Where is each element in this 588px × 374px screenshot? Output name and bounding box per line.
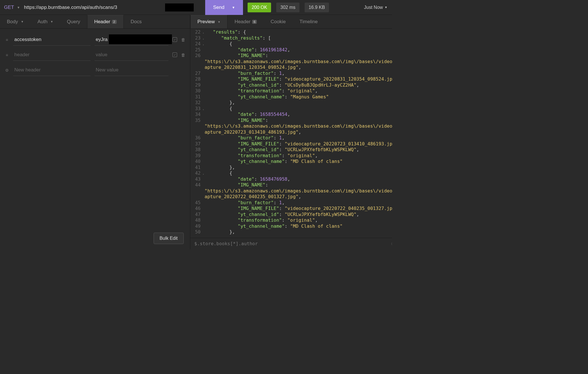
code-line: 45 "burn_factor": 1, <box>190 200 392 206</box>
help-icon[interactable]: ? <box>391 241 392 246</box>
code-line: 49 "yt_channel_name": "MD Clash of clans… <box>190 223 392 229</box>
timestamp-label: Just Now <box>364 5 383 10</box>
delete-icon[interactable]: 🗑 <box>181 52 185 57</box>
header-row-new: ⚙ <box>5 63 185 78</box>
tab-label: Docs <box>131 19 142 25</box>
fold-icon[interactable]: ▾ <box>203 36 204 42</box>
code-line: 32 }, <box>190 100 392 106</box>
enable-checkbox-icon[interactable]: ✓ <box>173 52 177 57</box>
code-line: "https:\/\/s3.amazonaws.com\/images.burn… <box>190 59 392 65</box>
fold-icon[interactable]: ▾ <box>203 172 204 178</box>
jsonpath-bar: ? <box>190 238 392 249</box>
tab-docs[interactable]: Docs <box>124 15 149 28</box>
code-line: 41 }, <box>190 165 392 171</box>
code-line: 43 "date": 1658476958, <box>190 176 392 182</box>
tab-label: Header <box>94 19 110 25</box>
chevron-down-icon: ▼ <box>50 20 53 23</box>
tab-auth[interactable]: Auth ▼ <box>31 15 60 28</box>
code-line: 36 "burn_factor": 1, <box>190 135 392 141</box>
fold-icon[interactable]: ▾ <box>203 42 204 48</box>
tab-body[interactable]: Body ▼ <box>0 15 31 28</box>
header-count-badge: 6 <box>252 20 257 24</box>
code-line: 48 "transformation": "original", <box>190 217 392 223</box>
tab-timeline[interactable]: Timeline <box>293 15 325 28</box>
jsonpath-input[interactable] <box>194 241 391 246</box>
code-line: "https:\/\/s3.amazonaws.com\/images.burn… <box>190 123 392 129</box>
tab-label: Header <box>234 19 250 25</box>
code-line: 29 "yt_channel_id": "UCsDy8uBJQpdHrLJ-ay… <box>190 82 392 88</box>
response-time: 302 ms <box>276 3 299 12</box>
drag-handle-icon[interactable]: ≡ <box>5 53 9 57</box>
enable-checkbox-icon[interactable]: ✓ <box>173 37 177 42</box>
code-line: 47 "yt_channel_id": "UCRLwJPXYefbfbKLyWS… <box>190 212 392 218</box>
tab-label: Query <box>67 19 80 25</box>
tab-cookie[interactable]: Cookie <box>264 15 293 28</box>
code-line: 42▾ { <box>190 170 392 176</box>
header-row: ≡ ✓ 🗑 <box>5 32 185 47</box>
header-row: ≡ ✓ 🗑 <box>5 47 185 63</box>
response-size: 16.9 KB <box>305 3 329 12</box>
response-timestamp[interactable]: Just Now ▼ <box>364 5 387 10</box>
send-button[interactable]: Send ▼ <box>205 0 243 15</box>
code-line: 50 }, <box>190 229 392 235</box>
code-line: apture_20220723_013410_486193.jpg", <box>190 129 392 135</box>
code-line: 27 "burn_factor": 1, <box>190 71 392 77</box>
code-line: 28 "IMG_NAME_FILE": "videocapture_202208… <box>190 76 392 82</box>
tab-preview[interactable]: Preview ▼ <box>190 15 228 28</box>
code-line: apture_20220722_040235_001327.jpg", <box>190 194 392 200</box>
tab-label: Cookie <box>271 19 286 25</box>
code-line: 33▾ { <box>190 106 392 112</box>
header-count-badge: 2 <box>112 20 117 24</box>
http-method[interactable]: GET <box>0 5 17 10</box>
tab-label: Auth <box>38 19 48 25</box>
code-line: 40 "yt_channel_name": "MD Clash of clans… <box>190 159 392 165</box>
code-line: 44 "IMG_NAME": <box>190 182 392 188</box>
code-line: 34 "date": 1658554454, <box>190 112 392 118</box>
code-line: 26 "IMG_NAME": <box>190 53 392 59</box>
drag-handle-icon[interactable]: ≡ <box>5 38 9 42</box>
tab-label: Preview <box>197 19 215 25</box>
code-line: 38 "yt_channel_id": "UCRLwJPXYefbfbKLyWS… <box>190 147 392 153</box>
header-name-input[interactable] <box>13 34 91 46</box>
gear-icon[interactable]: ⚙ <box>5 68 9 73</box>
url-redacted-segment <box>165 3 194 11</box>
value-redacted <box>109 34 172 44</box>
chevron-down-icon: ▼ <box>385 6 387 9</box>
code-line: "https:\/\/s3.amazonaws.com\/images.burn… <box>190 188 392 194</box>
delete-icon[interactable]: 🗑 <box>181 37 185 42</box>
code-line: 25 "date": 1661961842, <box>190 47 392 53</box>
code-line: 30 "transformation": "original", <box>190 88 392 94</box>
response-body-viewer[interactable]: 22▾ "results": {23▾ "match_results": [24… <box>190 29 392 238</box>
new-header-name-input[interactable] <box>13 64 91 76</box>
header-value-input[interactable] <box>95 49 168 61</box>
send-label: Send <box>213 5 225 10</box>
tab-response-header[interactable]: Header 6 <box>228 15 264 28</box>
code-line: 39 "transformation": "original", <box>190 153 392 159</box>
chevron-down-icon: ▼ <box>217 20 220 24</box>
fold-icon[interactable]: ▾ <box>203 107 204 113</box>
header-name-input[interactable] <box>13 49 91 61</box>
code-line: 31 "yt_channel_name": "Magnus Games" <box>190 94 392 100</box>
request-tabs: Body ▼ Auth ▼ Query Header 2 Docs <box>0 15 190 29</box>
send-dropdown-icon[interactable]: ▼ <box>232 6 235 9</box>
response-tabs: Preview ▼ Header 6 Cookie Timeline <box>190 15 392 29</box>
tab-query[interactable]: Query <box>60 15 87 28</box>
code-line: 37 "IMG_NAME_FILE": "videocapture_202207… <box>190 141 392 147</box>
code-line: 22▾ "results": { <box>190 29 392 35</box>
url-input[interactable] <box>23 2 165 13</box>
code-line: 35 "IMG_NAME": <box>190 118 392 124</box>
tab-header[interactable]: Header 2 <box>87 15 124 28</box>
code-line: 23▾ "match_results": [ <box>190 35 392 41</box>
fold-icon[interactable]: ▾ <box>203 30 204 36</box>
method-dropdown-icon[interactable]: ▼ <box>17 6 20 9</box>
request-bar: GET ▼ Send ▼ 200 OK 302 ms 16.9 KB Just … <box>0 0 392 15</box>
code-line: 24▾ { <box>190 41 392 47</box>
chevron-down-icon: ▼ <box>21 20 24 23</box>
headers-editor: ≡ ✓ 🗑 ≡ ✓ <box>0 29 190 249</box>
bulk-edit-button[interactable]: Bulk Edit <box>154 233 184 244</box>
tab-label: Body <box>7 19 18 25</box>
tab-label: Timeline <box>299 19 318 25</box>
new-header-value-input[interactable] <box>95 64 168 76</box>
status-badge: 200 OK <box>248 3 271 12</box>
code-line: 46 "IMG_NAME_FILE": "videocapture_202207… <box>190 206 392 212</box>
